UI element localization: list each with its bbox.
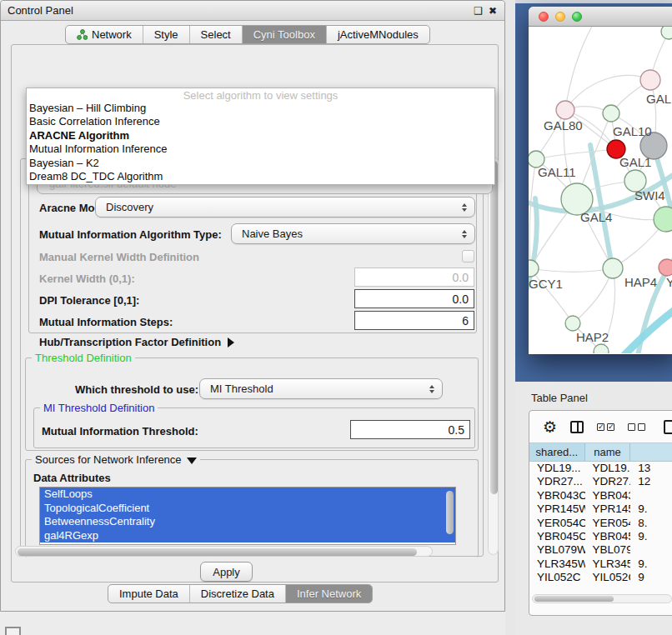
tab-infer-network[interactable]: Infer Network (285, 585, 372, 602)
network-node-gcy1[interactable] (529, 260, 539, 277)
tab-label: Style (154, 28, 178, 41)
apply-button[interactable]: Apply (200, 562, 253, 582)
data-attribute-item[interactable]: TopologicalCoefficient (40, 502, 455, 516)
network-node-hap2[interactable] (565, 316, 580, 331)
table-row[interactable]: YDL19...YDL19...13 (529, 462, 672, 475)
network-node-y[interactable] (659, 259, 672, 276)
tab-label: Impute Data (119, 588, 178, 600)
data-attribute-item[interactable]: SelfLoops (40, 488, 455, 502)
file-icon[interactable] (664, 420, 672, 434)
algorithm-option[interactable]: ARACNE Algorithm (27, 129, 494, 142)
algorithm-option[interactable]: Mutual Information Inference (27, 142, 494, 156)
table-header-row: shared...name (529, 442, 672, 462)
node-label: GAL4 (580, 210, 612, 224)
mi-algorithm-type-combobox[interactable]: Naive Bayes (231, 223, 475, 244)
network-node-hap4[interactable] (603, 258, 623, 278)
table-cell: YIL052C (529, 571, 585, 584)
table-row[interactable]: YPR145WYPR145W9. (529, 502, 672, 516)
split-columns-icon[interactable] (570, 421, 584, 433)
algorithm-option[interactable]: Dream8 DC_TDC Algorithm (27, 170, 494, 183)
tab-impute-data[interactable]: Impute Data (108, 585, 189, 602)
bottom-tab-bar: Impute DataDiscretize DataInfer Network (108, 584, 373, 603)
table-column-header[interactable]: name (585, 443, 631, 461)
network-icon (77, 29, 88, 40)
table-row[interactable]: YBR045CYBR045C9. (529, 530, 672, 543)
close-traffic-light-icon[interactable] (539, 12, 549, 22)
zoom-traffic-light-icon[interactable] (572, 12, 582, 22)
network-node-gal80[interactable] (556, 101, 574, 119)
float-window-icon[interactable]: ❑ (474, 6, 483, 16)
select-all-checks-icon[interactable] (597, 423, 614, 431)
stepper-arrows-icon (429, 385, 434, 393)
which-threshold-combobox[interactable]: MI Threshold (199, 378, 443, 399)
tab-network[interactable]: Network (66, 26, 143, 43)
collapsed-panel-widget[interactable] (5, 627, 21, 635)
table-row[interactable]: YDR27...YDR27...12 (529, 475, 672, 488)
gear-icon[interactable]: ⚙ (543, 419, 557, 435)
network-desktop: GALGAL80GAL10GAL1GAL11GAL4SWI4GCY1HAP4YH… (515, 0, 672, 382)
tab-style[interactable]: Style (143, 26, 189, 43)
network-edge[interactable] (565, 75, 650, 110)
table-column-header[interactable] (630, 443, 672, 461)
network-edge[interactable] (536, 149, 616, 159)
dpi-tolerance-field[interactable]: 0.0 (354, 289, 474, 308)
table-cell: YBR043C (585, 489, 631, 502)
node-label: Y (666, 275, 672, 289)
expanded-arrow-icon[interactable] (187, 458, 197, 464)
tab-discretize-data[interactable]: Discretize Data (189, 585, 285, 602)
table-row[interactable]: YLR345WYLR345W9. (529, 558, 672, 571)
deselect-all-checks-icon[interactable] (628, 423, 645, 431)
data-attributes-list[interactable]: SelfLoopsTopologicalCoefficientBetweenne… (39, 487, 456, 545)
table-row[interactable]: YIL052CYIL052C9 (529, 571, 672, 584)
panel-splitter[interactable] (505, 0, 515, 635)
data-attribute-item[interactable]: gal4RGexp (40, 529, 455, 543)
table-column-header[interactable]: shared... (529, 443, 585, 461)
table-row[interactable]: YER054CYER054C8. (529, 517, 672, 530)
network-node-gal10[interactable] (603, 105, 619, 122)
network-edge[interactable] (530, 268, 613, 272)
tab-label: Cyni Toolbox (253, 28, 315, 41)
network-node-swi4[interactable] (654, 207, 672, 232)
network-view-window[interactable]: GALGAL80GAL10GAL1GAL11GAL4SWI4GCY1HAP4YH… (529, 7, 672, 354)
algorithm-option[interactable]: Bayesian – K2 (27, 157, 494, 170)
table-cell: 9. (630, 502, 672, 516)
settings-vertical-scrollbar[interactable] (488, 157, 499, 555)
network-canvas[interactable]: GALGAL80GAL10GAL1GAL11GAL4SWI4GCY1HAP4YH… (529, 27, 672, 353)
mi-steps-field[interactable]: 6 (354, 311, 474, 330)
table-row[interactable]: YBL079WYBL079W (529, 543, 672, 557)
table-panel-title: Table Panel (515, 382, 672, 404)
network-node[interactable] (661, 27, 672, 39)
control-panel-title: Control Panel (1, 4, 73, 17)
hub-definition-expander[interactable]: Hub/Transcription Factor Definition (39, 336, 234, 348)
close-window-icon[interactable]: ✖ (489, 6, 497, 16)
algorithm-option[interactable]: Bayesian – Hill Climbing (27, 102, 494, 115)
node-label: GCY1 (529, 277, 563, 291)
kernel-width-field[interactable]: 0.0 (354, 268, 474, 287)
table-horizontal-scrollbar[interactable] (532, 594, 672, 603)
tab-label: Select (201, 28, 231, 41)
aracne-mode-combobox[interactable]: Discovery (95, 197, 475, 218)
tab-label: jActiveMNodules (338, 28, 419, 41)
network-window-titlebar[interactable] (529, 7, 672, 27)
network-node-gal[interactable] (640, 70, 660, 90)
tab-cyni-toolbox[interactable]: Cyni Toolbox (242, 26, 326, 43)
control-panel-titlebar[interactable]: Control Panel ❑ ✖ (1, 1, 504, 21)
mi-threshold-definition-title: MI Threshold Definition (40, 402, 158, 414)
hub-definition-label: Hub/Transcription Factor Definition (39, 336, 221, 348)
list-scrollbar[interactable] (446, 491, 454, 534)
control-panel-content: galFiltered.sif default node Select algo… (11, 44, 499, 582)
minimize-traffic-light-icon[interactable] (555, 12, 565, 22)
mi-threshold-field[interactable]: 0.5 (350, 420, 470, 439)
tab-jactivemnodules[interactable]: jActiveMNodules (326, 26, 429, 43)
data-attribute-item[interactable]: BetweennessCentrality (40, 515, 455, 529)
settings-horizontal-scrollbar[interactable] (15, 546, 433, 557)
network-graph: GALGAL80GAL10GAL1GAL11GAL4SWI4GCY1HAP4YH… (529, 27, 672, 353)
tab-label: Network (92, 28, 132, 41)
manual-kernel-width-checkbox[interactable] (462, 250, 474, 262)
table-cell: YBR043C (529, 489, 585, 502)
network-edge[interactable] (565, 27, 594, 110)
algorithm-option[interactable]: Basic Correlation Inference (27, 115, 494, 128)
mi-threshold-label: Mutual Information Threshold: (42, 425, 198, 438)
tab-select[interactable]: Select (189, 26, 242, 43)
table-row[interactable]: YBR043CYBR043C (529, 489, 672, 502)
